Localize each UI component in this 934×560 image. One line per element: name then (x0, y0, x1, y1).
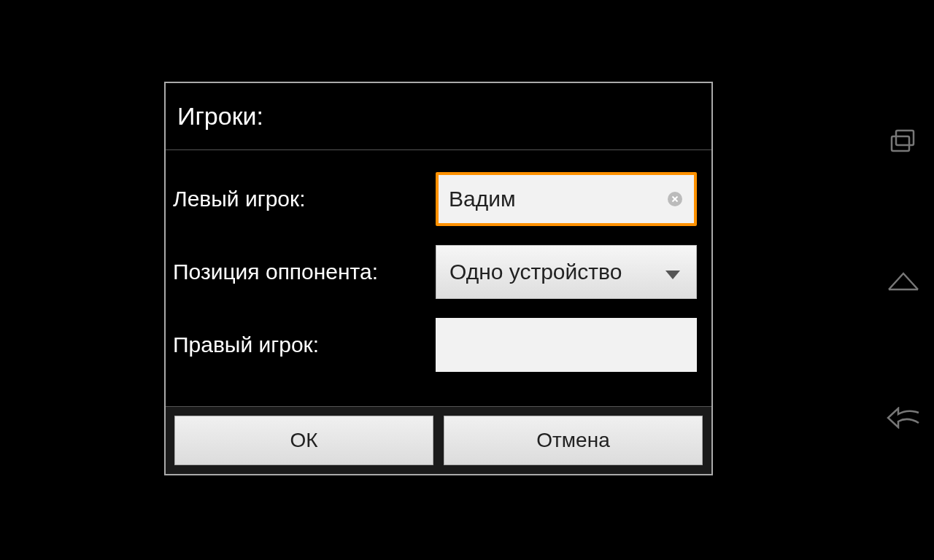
svg-rect-4 (896, 131, 914, 145)
ok-button[interactable]: ОК (174, 416, 433, 465)
chevron-down-icon (665, 260, 680, 284)
android-nav-bar (873, 0, 934, 560)
left-player-input-wrap (436, 172, 697, 226)
opponent-position-label: Позиция оппонента: (173, 260, 436, 284)
dialog-body: Левый игрок: Позиция оппонента: (166, 150, 711, 406)
left-player-row: Левый игрок: (173, 174, 697, 225)
dialog-title: Игроки: (177, 102, 263, 131)
screen-root: Начать игру Статистика Настройки Помощь … (0, 0, 934, 560)
right-player-label: Правый игрок: (173, 332, 436, 357)
left-player-input[interactable] (439, 175, 694, 223)
players-dialog: Игроки: Левый игрок: Позиция (164, 82, 713, 475)
opponent-position-row: Позиция оппонента: Одно устройство (173, 246, 697, 298)
svg-rect-5 (892, 136, 909, 151)
right-player-input[interactable] (436, 318, 697, 372)
cancel-button[interactable]: Отмена (444, 416, 703, 465)
svg-marker-3 (665, 271, 680, 279)
opponent-position-select-wrap: Одно устройство (436, 245, 697, 299)
clear-input-icon[interactable] (666, 190, 684, 208)
dialog-title-row: Игроки: (166, 83, 711, 150)
opponent-position-select[interactable]: Одно устройство (436, 245, 697, 299)
home-button[interactable] (886, 262, 921, 298)
right-player-row: Правый игрок: (173, 319, 697, 370)
left-player-label: Левый игрок: (173, 187, 436, 211)
recent-apps-button[interactable] (886, 125, 921, 160)
back-button[interactable] (886, 400, 921, 435)
opponent-position-value: Одно устройство (449, 260, 622, 284)
right-player-input-wrap (436, 318, 697, 372)
dialog-actions: ОК Отмена (166, 406, 711, 474)
